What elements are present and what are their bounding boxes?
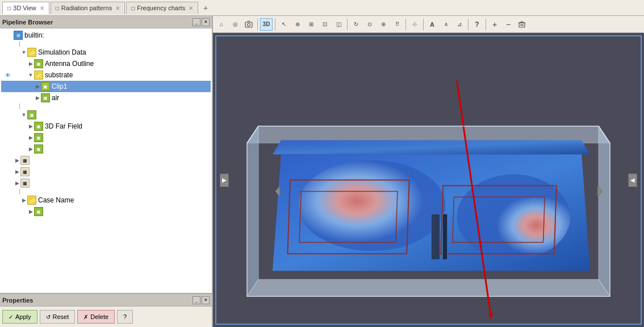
screenshot-btn[interactable]: [242, 18, 255, 31]
tab-frequency-close[interactable]: ✕: [189, 5, 193, 11]
sep2: [275, 19, 275, 30]
table1-icon: ▦: [20, 156, 30, 165]
tab-frequency-label: Frequency charts: [137, 5, 185, 11]
tree-container[interactable]: ⊞ builtin: ▼ 📁 Simulation Data: [0, 28, 212, 293]
tree-item-3dff-parent[interactable]: ▼ ▣: [1, 109, 211, 121]
properties-panel: Properties _ ✕ ✓ Apply ↺ Reset: [0, 293, 212, 327]
orient-btn[interactable]: ⊕: [377, 18, 390, 31]
case-name-expander[interactable]: ▶: [20, 197, 27, 204]
tab-bar: □ 3D View ✕ □ Radiation patterns ✕ □ Fre…: [0, 0, 644, 16]
table1-expander[interactable]: ▶: [14, 157, 20, 164]
properties-minimize-btn[interactable]: _: [193, 296, 200, 304]
table3-expander[interactable]: ▶: [14, 180, 20, 187]
tree-item-substrate[interactable]: 👁 ▼ 📁 substrate: [1, 69, 211, 81]
tree-item-builtin[interactable]: ⊞ builtin:: [1, 30, 211, 41]
properties-buttons: ✓ Apply ↺ Reset ✗ Delete ?: [0, 307, 212, 327]
tab-add-button[interactable]: +: [199, 2, 212, 14]
pan-left-btn[interactable]: ▶: [220, 173, 229, 187]
delete-label: Delete: [90, 313, 108, 320]
3dff-icon: ▣: [34, 122, 43, 131]
simulation-data-label: Simulation Data: [38, 48, 86, 56]
3d-mode-btn[interactable]: 3D: [260, 18, 273, 31]
zoom-btn[interactable]: ⊕: [291, 18, 304, 31]
tab-3dview-close[interactable]: ✕: [40, 5, 44, 11]
tab-radiation-close[interactable]: ✕: [115, 5, 120, 11]
reset-label: Reset: [53, 313, 69, 320]
tab-3dview[interactable]: □ 3D View ✕: [2, 2, 49, 14]
pan-right-btn[interactable]: ◀: [628, 173, 637, 187]
reset-icon: ↺: [46, 314, 51, 320]
3dff-parent-icon: ▣: [27, 110, 36, 119]
tree-connector-1: [1, 41, 211, 47]
tree-item-table2[interactable]: ▶ ▦: [1, 166, 211, 177]
remove-btn[interactable]: −: [502, 18, 515, 31]
reset-camera-btn[interactable]: ⌂: [215, 18, 228, 31]
3dff-parent-expander[interactable]: ▼: [20, 111, 27, 118]
cube3-expander[interactable]: ▶: [27, 208, 34, 215]
tree-item-clip1[interactable]: ▶ ▣ Clip1: [1, 81, 211, 92]
tree-connector-3: [1, 189, 211, 194]
properties-close-btn[interactable]: ✕: [202, 296, 210, 304]
builtin-icon: ⊞: [14, 31, 23, 40]
points-btn[interactable]: ⊿: [453, 18, 466, 31]
help-button[interactable]: ?: [117, 310, 133, 324]
tree-item-cube2[interactable]: ▶ ▣: [1, 143, 211, 155]
panel-minimize-btn[interactable]: _: [193, 18, 200, 26]
tab-frequency[interactable]: □ Frequency charts ✕: [126, 2, 198, 14]
tree-item-cube3[interactable]: ▶ ▣: [1, 206, 211, 217]
simulation-data-icon: 📁: [27, 48, 36, 57]
cube1-expander[interactable]: ▶: [27, 134, 34, 141]
rotate-btn[interactable]: ↻: [350, 18, 362, 31]
substrate-eye-icon[interactable]: 👁: [3, 71, 12, 80]
cube2-expander[interactable]: ▶: [27, 146, 34, 152]
reset-button[interactable]: ↺ Reset: [40, 310, 76, 324]
axes-btn[interactable]: ⊹: [408, 18, 421, 31]
table2-icon: ▦: [20, 167, 30, 176]
pipeline-browser-title: Pipeline Browser: [2, 19, 53, 26]
zoom-to-selection-btn[interactable]: ◎: [229, 18, 241, 31]
tree-item-case-name[interactable]: ▶ 📁 Case Name: [1, 194, 211, 206]
table2-expander[interactable]: ▶: [14, 168, 20, 175]
annotate-btn[interactable]: ∧: [440, 18, 452, 31]
tree-item-table3[interactable]: ▶ ▦: [1, 177, 211, 189]
tree-item-air[interactable]: ▶ ▣ air: [1, 92, 211, 104]
antenna-expander[interactable]: ▶: [27, 60, 34, 67]
tree-item-simulation-data[interactable]: ▼ 📁 Simulation Data: [1, 47, 211, 58]
panel-controls: _ ✕: [193, 18, 210, 26]
scatter-btn[interactable]: ⠿: [391, 18, 403, 31]
tree-connector-2: [1, 104, 211, 109]
cube2-icon: ▣: [34, 144, 43, 154]
left-panel: Pipeline Browser _ ✕ ⊞ builtin:: [0, 16, 213, 327]
select-btn[interactable]: ◫: [332, 18, 345, 31]
builtin-label: builtin:: [24, 31, 44, 39]
apply-button[interactable]: ✓ Apply: [2, 310, 37, 324]
3dff-expander[interactable]: ▶: [27, 123, 34, 130]
pick2-btn[interactable]: ⊙: [363, 18, 376, 31]
measure-btn[interactable]: A: [426, 18, 438, 31]
tab-radiation[interactable]: □ Radiation patterns ✕: [51, 2, 125, 14]
antenna-outline-label: Antenna Outline: [45, 60, 94, 68]
case-name-icon: 📁: [27, 196, 36, 205]
radiation-icon: □: [56, 5, 59, 11]
substrate-expander[interactable]: ▼: [27, 72, 34, 78]
panel-close-btn[interactable]: ✕: [202, 18, 210, 26]
clip1-icon: ▣: [41, 82, 50, 91]
pick-btn[interactable]: ⊡: [319, 18, 331, 31]
cube3-icon: ▣: [34, 207, 43, 216]
interact-btn[interactable]: ↖: [278, 18, 290, 31]
tree-item-antenna-outline[interactable]: ▶ ▣ Antenna Outline: [1, 58, 211, 69]
air-label: air: [52, 94, 59, 102]
delete-button[interactable]: ✗ Delete: [77, 310, 115, 324]
tree-item-table1[interactable]: ▶ ▦: [1, 155, 211, 166]
simulation-data-expander[interactable]: ▼: [20, 49, 27, 56]
add-btn[interactable]: +: [488, 18, 501, 31]
apply-icon: ✓: [9, 314, 13, 320]
clip1-expander[interactable]: ▶: [34, 83, 41, 90]
viewport[interactable]: ▶ ◀: [213, 33, 644, 327]
tree-item-3d-far-field[interactable]: ▶ ▣ 3D Far Field: [1, 121, 211, 132]
rubber-band-btn[interactable]: ⊞: [305, 18, 317, 31]
query-btn[interactable]: ?: [471, 18, 483, 31]
tree-item-cube1[interactable]: ▶ ▣: [1, 132, 211, 143]
delete-tb-btn[interactable]: [516, 18, 528, 31]
air-expander[interactable]: ▶: [34, 94, 41, 101]
